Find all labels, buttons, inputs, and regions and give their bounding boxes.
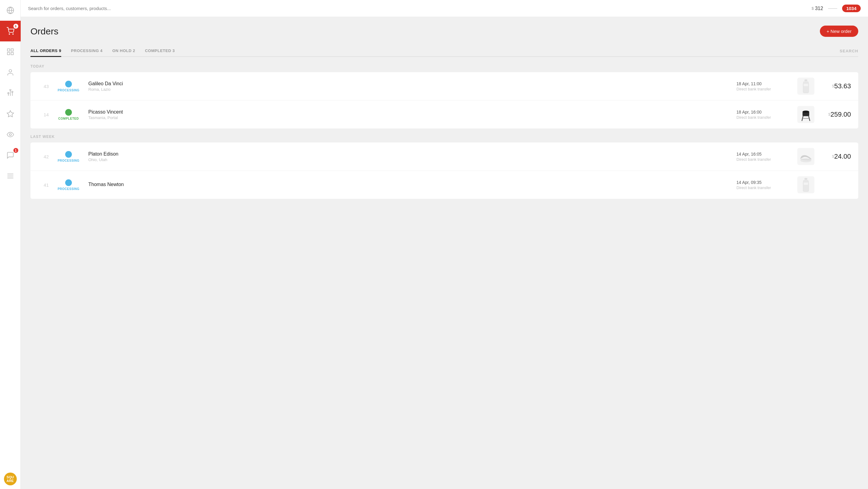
tab-completed[interactable]: COMPLETED 3	[145, 45, 175, 57]
status-dot-processing	[65, 151, 72, 158]
svg-rect-5	[11, 49, 13, 51]
svg-rect-4	[7, 49, 10, 51]
page-header: Orders + New order	[30, 26, 858, 37]
customer-name: Platon Edison	[88, 151, 730, 157]
svg-point-8	[9, 69, 11, 72]
svg-rect-7	[11, 53, 13, 55]
new-order-button[interactable]: + New order	[820, 26, 858, 37]
order-customer: Galileo Da Vinci Roma, Lazio	[88, 81, 730, 92]
svg-line-23	[802, 116, 803, 121]
topbar-right: $ 312 1034	[812, 5, 861, 12]
order-status-block: PROCESSING	[55, 180, 82, 191]
tab-processing[interactable]: PROCESSING 4	[71, 45, 103, 57]
topbar-amount: $ 312	[812, 6, 823, 11]
sidebar-item-analytics[interactable]	[0, 83, 21, 103]
customer-location: Roma, Lazio	[88, 87, 730, 92]
sidebar-item-dashboard[interactable]	[0, 41, 21, 62]
order-date: 14 Apr, 16:05	[737, 152, 791, 157]
order-number: 41	[38, 183, 49, 188]
status-label: PROCESSING	[58, 159, 80, 162]
customer-location: Tasmania, Portal	[88, 116, 730, 120]
svg-rect-29	[804, 183, 808, 185]
customer-name: Galileo Da Vinci	[88, 81, 730, 87]
tab-search[interactable]: SEARCH	[840, 49, 858, 53]
status-label: PROCESSING	[58, 89, 80, 92]
order-date-block: 14 Apr, 09:35 Direct bank transfer	[737, 180, 791, 190]
table-row[interactable]: 42 PROCESSING Platon Edison Ohio, Utah 1…	[30, 142, 858, 171]
order-product-image	[797, 106, 814, 123]
order-product-image	[797, 176, 814, 193]
section-lastweek-label: LAST WEEK	[30, 135, 858, 139]
topbar: $ 312 1034	[21, 0, 868, 17]
svg-rect-6	[7, 53, 10, 55]
customer-location: Ohio, Utah	[88, 157, 730, 162]
main-content: $ 312 1034 Orders + New order ALL ORDERS…	[21, 0, 868, 489]
order-status-block: COMPLETED	[55, 109, 82, 120]
search-input[interactable]	[28, 6, 812, 11]
order-product-image	[797, 78, 814, 95]
content-area: Orders + New order ALL ORDERS 9 PROCESSI…	[21, 17, 868, 489]
svg-point-3	[12, 34, 13, 34]
order-number: 42	[38, 154, 49, 159]
order-status-block: PROCESSING	[55, 81, 82, 92]
svg-rect-28	[804, 178, 807, 180]
order-number: 43	[38, 84, 49, 89]
order-date-block: 14 Apr, 16:05 Direct bank transfer	[737, 152, 791, 162]
order-customer: Thomas Newton	[88, 182, 730, 188]
svg-point-12	[11, 91, 13, 93]
table-row[interactable]: 43 PROCESSING Galileo Da Vinci Roma, Laz…	[30, 72, 858, 100]
sidebar-item-eye[interactable]	[0, 124, 21, 145]
sidebar-item-customers[interactable]	[0, 62, 21, 83]
status-dot-completed	[65, 109, 72, 116]
order-number: 14	[38, 112, 49, 117]
order-date-block: 18 Apr, 16:00 Direct bank transfer	[737, 109, 791, 120]
order-price: $53.63	[820, 82, 851, 90]
orders-card-today: 43 PROCESSING Galileo Da Vinci Roma, Laz…	[30, 72, 858, 129]
orders-card-lastweek: 42 PROCESSING Platon Edison Ohio, Utah 1…	[30, 142, 858, 199]
order-customer: Picasso Vincent Tasmania, Portal	[88, 109, 730, 120]
table-row[interactable]: 14 COMPLETED Picasso Vincent Tasmania, P…	[30, 100, 858, 129]
sidebar-item-chat[interactable]: 1	[0, 145, 21, 166]
sidebar-item-marketing[interactable]	[0, 103, 21, 124]
customer-name: Picasso Vincent	[88, 109, 730, 115]
price-dollar: $	[832, 84, 834, 88]
dollar-sign: $	[812, 6, 814, 11]
svg-rect-20	[804, 79, 807, 81]
tabs: ALL ORDERS 9 PROCESSING 4 ON HOLD 2 COMP…	[30, 45, 858, 57]
order-date-block: 18 Apr, 11:00 Direct bank transfer	[737, 81, 791, 91]
tab-all-orders[interactable]: ALL ORDERS 9	[30, 45, 61, 57]
topbar-count: 1034	[842, 5, 861, 12]
sidebar-item-globe[interactable]	[0, 0, 21, 21]
order-payment: Direct bank transfer	[737, 115, 791, 120]
chat-badge: 1	[13, 148, 18, 153]
sidebar: 6 1	[0, 0, 21, 489]
svg-point-2	[9, 34, 9, 34]
table-row[interactable]: 41 PROCESSING Thomas Newton 14 Apr, 09:3…	[30, 171, 858, 199]
order-payment: Direct bank transfer	[737, 87, 791, 91]
order-date: 14 Apr, 09:35	[737, 180, 791, 185]
sidebar-item-cart[interactable]: 6	[0, 21, 21, 41]
avatar[interactable]: SQUARE	[4, 472, 17, 485]
status-dot-processing	[65, 81, 72, 87]
order-date: 18 Apr, 16:00	[737, 109, 791, 115]
order-customer: Platon Edison Ohio, Utah	[88, 151, 730, 162]
topbar-divider	[828, 8, 837, 9]
order-status-block: PROCESSING	[55, 151, 82, 162]
topbar-amount-value: 312	[815, 6, 823, 11]
order-price: $259.00	[820, 110, 851, 119]
tab-on-hold[interactable]: ON HOLD 2	[113, 45, 135, 57]
section-today-label: TODAY	[30, 64, 858, 68]
sidebar-item-menu[interactable]	[0, 166, 21, 186]
page-title: Orders	[30, 26, 59, 36]
order-payment: Direct bank transfer	[737, 157, 791, 162]
cart-badge: 6	[13, 24, 18, 29]
svg-point-13	[9, 89, 11, 91]
svg-line-24	[809, 116, 810, 121]
order-payment: Direct bank transfer	[737, 186, 791, 190]
order-price: $24.00	[820, 153, 851, 160]
svg-marker-15	[7, 110, 14, 117]
svg-point-16	[9, 134, 11, 136]
svg-rect-21	[804, 84, 808, 86]
price-dollar: $	[832, 154, 834, 159]
status-dot-processing	[65, 180, 72, 186]
